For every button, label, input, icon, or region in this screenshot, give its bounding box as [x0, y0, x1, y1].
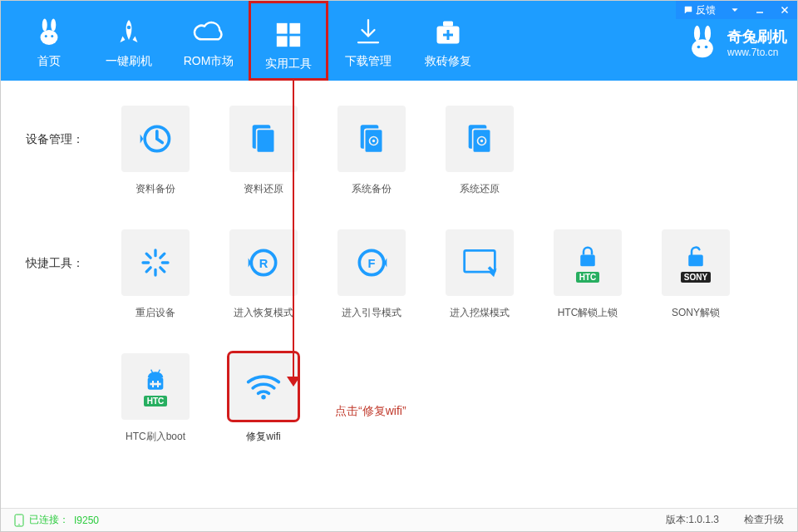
annotation-arrow-head [287, 377, 300, 387]
brand-name: 奇兔刷机 [727, 27, 787, 47]
tile-label: HTC解锁上锁 [549, 306, 626, 320]
svg-line-38 [151, 369, 153, 372]
tile-htc-boot[interactable]: HTC HTC刷入boot [117, 353, 194, 444]
nav-tools[interactable]: 实用工具 [249, 1, 328, 81]
svg-rect-21 [257, 129, 275, 152]
tile-label: 资料备份 [117, 182, 194, 196]
tile-sony-unlock[interactable]: SONY SONY解锁 [658, 229, 734, 320]
tile-restore-data[interactable]: 资料还原 [225, 106, 302, 196]
tile-fastboot-mode[interactable]: F 进入引导模式 [333, 229, 410, 320]
svg-point-4 [51, 35, 53, 37]
nav-oneclick[interactable]: 一键刷机 [89, 1, 169, 81]
statusbar: 已连接： I9250 版本:1.0.1.3 检查升级 [1, 508, 797, 531]
section-extra-label [26, 353, 117, 380]
download-icon [328, 16, 408, 49]
svg-rect-6 [277, 23, 288, 34]
tile-htc-unlock[interactable]: HTC HTC解锁上锁 [549, 229, 626, 320]
nav-label: ROM市场 [169, 54, 249, 69]
tile-download-mode[interactable]: 进入挖煤模式 [441, 229, 518, 320]
nav-rom-market[interactable]: ROM市场 [169, 1, 249, 81]
tile-label: 进入引导模式 [333, 306, 410, 320]
svg-point-45 [18, 524, 20, 525]
tile-label: 进入挖煤模式 [441, 306, 518, 320]
tile-label: SONY解锁 [658, 306, 734, 320]
svg-point-1 [42, 19, 47, 32]
svg-point-25 [372, 140, 375, 142]
svg-point-14 [692, 39, 713, 57]
check-update-link[interactable]: 检查升级 [744, 513, 784, 527]
phone-icon [14, 514, 24, 527]
wifi-icon [245, 372, 282, 401]
nav-label: 首页 [9, 54, 89, 69]
status-connected-label: 已连接： [29, 513, 69, 527]
tile-label: 修复wifi [225, 430, 302, 444]
download-mode-icon [461, 246, 498, 279]
grid-icon [251, 18, 326, 52]
lock-icon [575, 244, 600, 270]
svg-point-0 [41, 30, 58, 45]
android-icon [142, 367, 169, 394]
svg-line-39 [158, 369, 160, 372]
close-button[interactable] [772, 1, 797, 19]
nav-rescue[interactable]: 救砖修复 [408, 1, 488, 81]
svg-text:R: R [259, 257, 268, 270]
tile-fix-wifi[interactable]: 修复wifi [225, 353, 302, 444]
svg-point-17 [697, 46, 701, 49]
svg-point-29 [480, 140, 483, 142]
spinner-icon [139, 246, 172, 279]
fastboot-icon: F [353, 244, 390, 281]
htc-badge: HTC [576, 272, 600, 283]
files-gear-icon [463, 121, 496, 157]
svg-text:F: F [368, 257, 376, 270]
tile-label: 系统备份 [333, 182, 410, 196]
svg-rect-40 [150, 382, 160, 385]
nav-label: 一键刷机 [89, 54, 169, 69]
svg-point-18 [705, 46, 708, 49]
svg-rect-36 [688, 254, 703, 266]
svg-rect-35 [580, 254, 595, 266]
svg-rect-7 [289, 23, 300, 34]
svg-point-15 [694, 26, 700, 41]
svg-rect-42 [157, 381, 159, 387]
brand-rabbit-icon [684, 24, 721, 61]
svg-rect-8 [277, 36, 288, 47]
history-icon [137, 121, 174, 157]
nav-home[interactable]: 首页 [9, 1, 89, 81]
firstaid-icon [408, 16, 488, 49]
nav-label: 实用工具 [251, 57, 326, 71]
feedback-label: 反馈 [696, 3, 716, 17]
files-icon [247, 121, 280, 157]
nav-label: 救砖修复 [408, 54, 488, 69]
svg-point-43 [261, 395, 266, 400]
svg-rect-11 [443, 22, 453, 27]
tile-backup-data[interactable]: 资料备份 [117, 106, 194, 196]
svg-rect-9 [289, 36, 300, 47]
brand-url: www.7to.cn [727, 47, 787, 58]
svg-point-3 [45, 35, 47, 37]
tile-label: 系统还原 [441, 182, 518, 196]
dropdown-button[interactable] [722, 1, 747, 19]
nav-label: 下载管理 [328, 54, 408, 69]
tile-label: 重启设备 [117, 306, 194, 320]
svg-point-2 [51, 19, 56, 32]
tile-restore-system[interactable]: 系统还原 [441, 106, 518, 196]
tile-backup-system[interactable]: 系统备份 [333, 106, 410, 196]
minimize-button[interactable] [747, 1, 772, 19]
rocket-icon [89, 16, 169, 49]
svg-point-16 [705, 26, 711, 41]
feedback-button[interactable]: 反馈 [676, 1, 722, 19]
brand: 奇兔刷机 www.7to.cn [684, 24, 787, 61]
nav-downloads[interactable]: 下载管理 [328, 1, 408, 81]
svg-point-5 [127, 26, 131, 30]
rabbit-icon [9, 16, 89, 49]
unlock-icon [683, 244, 708, 270]
annotation-text: 点击“修复wifi” [335, 404, 406, 419]
htc-badge: HTC [144, 396, 168, 406]
tile-reboot[interactable]: 重启设备 [117, 229, 194, 320]
tile-label: 资料还原 [225, 182, 302, 196]
tile-recovery-mode[interactable]: R 进入恢复模式 [225, 229, 302, 320]
tile-label: 进入恢复模式 [225, 306, 302, 320]
status-version: 版本:1.0.1.3 [666, 513, 719, 527]
recovery-icon: R [245, 244, 282, 281]
tile-label: HTC刷入boot [117, 430, 194, 444]
